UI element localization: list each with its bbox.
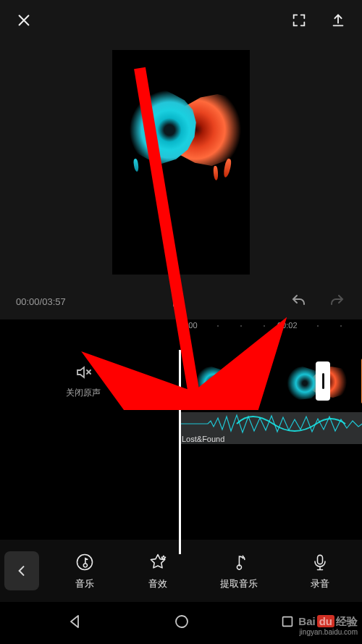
- tool-label: 提取音乐: [220, 577, 258, 590]
- video-track[interactable]: [179, 359, 362, 403]
- svg-rect-5: [283, 617, 292, 627]
- time-total: 03:57: [42, 296, 66, 307]
- star-icon: [147, 551, 169, 573]
- extract-music-icon: [228, 551, 250, 573]
- android-navigation-bar: [0, 602, 362, 644]
- tool-extract-music[interactable]: 提取音乐: [220, 551, 258, 590]
- svg-point-4: [176, 616, 188, 627]
- top-bar: [0, 0, 362, 41]
- svg-rect-3: [317, 555, 322, 564]
- mute-original-audio[interactable]: 关闭原声: [0, 359, 167, 403]
- audio-toolbar: 音乐 音效 提取音乐 录音: [0, 540, 362, 602]
- fullscreen-icon[interactable]: [290, 11, 308, 30]
- video-clip-thumb[interactable]: [179, 359, 270, 403]
- clip-trim-handle[interactable]: [316, 361, 330, 401]
- close-icon[interactable]: [14, 11, 33, 30]
- mute-label: 关闭原声: [66, 387, 101, 399]
- tool-record[interactable]: 录音: [309, 551, 331, 590]
- nav-back-icon[interactable]: [67, 613, 84, 633]
- audio-clip-label: Lost&Found: [182, 435, 224, 443]
- timeline-ruler: 00:00 00:02: [0, 319, 362, 337]
- music-note-icon: [74, 551, 96, 573]
- time-current: 00:00: [16, 296, 40, 307]
- waveform: [179, 412, 362, 435]
- timecode: 00:00/03:57: [16, 296, 66, 307]
- back-button[interactable]: [4, 551, 39, 590]
- mute-icon: [75, 364, 92, 384]
- playback-bar: 00:00/03:57: [0, 283, 362, 319]
- ruler-tick: 00:00: [177, 321, 198, 330]
- play-icon[interactable]: [169, 292, 185, 311]
- export-icon[interactable]: [329, 11, 348, 30]
- tool-label: 录音: [311, 577, 329, 590]
- nav-recent-icon[interactable]: [279, 614, 295, 632]
- ruler-tick: 00:02: [277, 321, 298, 330]
- audio-track[interactable]: Lost&Found: [179, 412, 362, 444]
- preview-canvas[interactable]: [112, 50, 250, 275]
- timeline[interactable]: 00:00 00:02 关闭原声 Lost&Found: [0, 319, 362, 554]
- tool-sfx[interactable]: 音效: [147, 551, 169, 590]
- microphone-icon: [309, 551, 331, 573]
- tracks: 关闭原声 Lost&Found: [0, 337, 362, 554]
- redo-icon[interactable]: [327, 292, 346, 311]
- undo-icon[interactable]: [290, 292, 308, 311]
- preview-area: [0, 41, 362, 283]
- nav-home-icon[interactable]: [173, 613, 190, 633]
- tool-label: 音效: [148, 577, 167, 590]
- playhead[interactable]: [179, 350, 181, 554]
- tool-music[interactable]: 音乐: [74, 551, 96, 590]
- tool-label: 音乐: [75, 577, 94, 590]
